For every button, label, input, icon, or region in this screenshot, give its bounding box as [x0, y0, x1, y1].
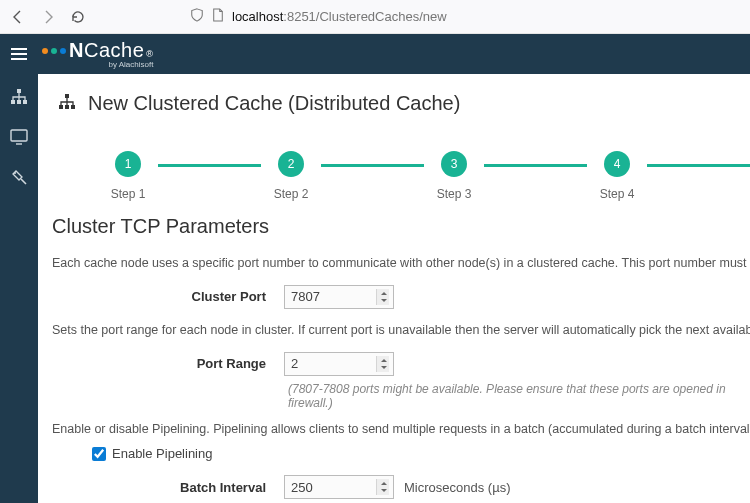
batch-interval-label: Batch Interval [52, 480, 284, 495]
menu-toggle-icon[interactable] [11, 48, 27, 60]
main-content: New Clustered Cache (Distributed Cache) … [38, 74, 750, 503]
svg-rect-0 [17, 89, 21, 93]
tools-nav-icon[interactable] [10, 168, 28, 186]
monitor-nav-icon[interactable] [10, 128, 28, 146]
svg-rect-6 [65, 94, 69, 98]
sitemap-nav-icon[interactable] [10, 88, 28, 106]
svg-point-5 [14, 172, 16, 174]
shield-icon [190, 8, 204, 25]
forward-icon[interactable] [40, 9, 56, 25]
sidebar [0, 74, 38, 503]
step-4[interactable]: 4 Step 4 [587, 151, 647, 201]
browser-toolbar: localhost:8251/ClusteredCaches/new [0, 0, 750, 34]
pipelining-intro: Enable or disable Pipelining. Pipelining… [38, 416, 750, 443]
svg-rect-9 [71, 105, 75, 109]
step-3[interactable]: 3 Step 3 [424, 151, 484, 201]
svg-rect-3 [23, 100, 27, 104]
svg-rect-7 [59, 105, 63, 109]
port-range-label: Port Range [52, 356, 284, 371]
reload-icon[interactable] [70, 9, 86, 25]
page-title: New Clustered Cache (Distributed Cache) [88, 92, 460, 115]
port-range-intro: Sets the port range for each node in clu… [38, 317, 750, 344]
step-1[interactable]: 1 Step 1 [98, 151, 158, 201]
batch-interval-unit: Microseconds (µs) [404, 480, 510, 495]
cluster-port-intro: Each cache node uses a specific port num… [38, 250, 750, 277]
port-range-input[interactable]: 2 [284, 352, 394, 376]
address-bar[interactable]: localhost:8251/ClusteredCaches/new [100, 8, 740, 25]
wizard-stepper: 1 Step 1 2 Step 2 3 Step 3 4 Step 4 [38, 125, 750, 209]
port-range-hint: (7807-7808 ports might be available. Ple… [38, 382, 750, 410]
brand-name: NCache® [69, 39, 153, 62]
cluster-port-label: Cluster Port [52, 289, 284, 304]
enable-pipelining-label: Enable Pipelining [112, 446, 212, 461]
url-host: localhost [232, 9, 283, 24]
section-title: Cluster TCP Parameters [38, 209, 750, 250]
app-header: NCache® by Alachisoft [0, 34, 750, 74]
batch-interval-input[interactable]: 250 [284, 475, 394, 499]
brand-dots-icon [42, 48, 66, 54]
svg-rect-2 [17, 100, 21, 104]
page-icon [212, 8, 224, 25]
svg-rect-1 [11, 100, 15, 104]
svg-rect-4 [11, 130, 27, 141]
url-path: :8251/ClusteredCaches/new [283, 9, 446, 24]
enable-pipelining-checkbox[interactable] [92, 447, 106, 461]
cluster-port-input[interactable]: 7807 [284, 285, 394, 309]
step-2[interactable]: 2 Step 2 [261, 151, 321, 201]
back-icon[interactable] [10, 9, 26, 25]
brand-logo[interactable]: NCache® by Alachisoft [38, 39, 153, 69]
svg-rect-8 [65, 105, 69, 109]
sitemap-icon [58, 93, 76, 114]
